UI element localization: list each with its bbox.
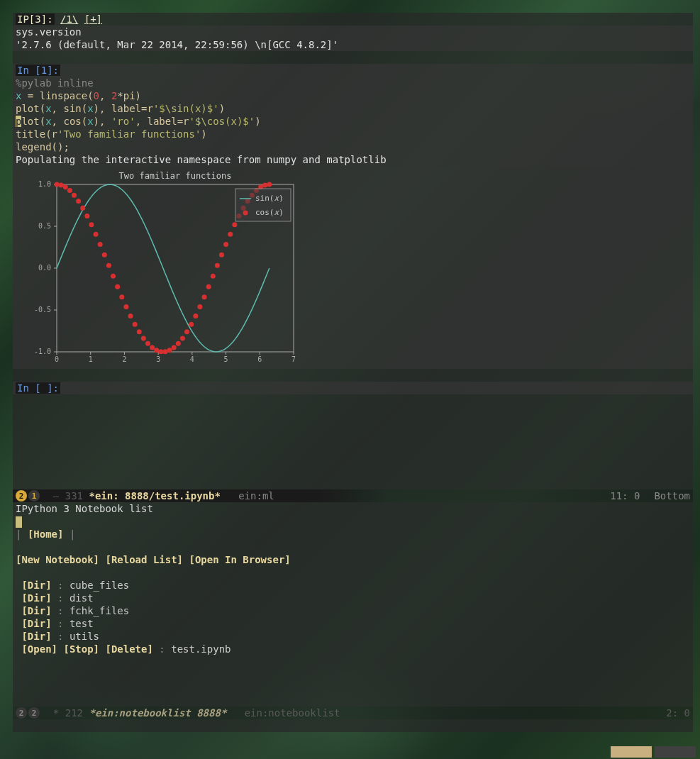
svg-point-29 — [59, 182, 64, 187]
notebooklist-pane[interactable]: IPython 3 Notebook list | [Home] | [New … — [13, 502, 693, 707]
notebook-editor-pane[interactable]: IP[3]: /1\ [+] sys.version '2.7.6 (defau… — [13, 13, 693, 489]
code-l5a: title(r — [16, 128, 57, 140]
tab-add[interactable]: [+] — [84, 13, 102, 25]
code-l1: %pylab inline — [16, 77, 94, 89]
svg-text:5: 5 — [224, 355, 228, 363]
new-notebook-button[interactable]: [New Notebook] — [16, 554, 99, 565]
svg-point-59 — [189, 322, 194, 327]
code-l3e: ), label=r — [94, 103, 153, 114]
svg-point-53 — [162, 349, 167, 354]
code-l3d: x — [87, 103, 93, 114]
dir-link[interactable]: [Dir] — [21, 605, 51, 616]
taskbar — [606, 745, 700, 759]
cell-prompt: In [1]: — [16, 65, 60, 76]
svg-point-50 — [150, 345, 155, 350]
svg-point-52 — [158, 349, 163, 354]
tab-current[interactable]: /1\ — [60, 13, 78, 25]
svg-point-66 — [219, 253, 224, 257]
svg-point-37 — [94, 232, 99, 237]
svg-point-38 — [98, 242, 103, 247]
code-l4c: , cos( — [52, 116, 88, 127]
buffer-name: *ein: 8888/test.ipynb* — [89, 490, 220, 502]
svg-text:1.0: 1.0 — [38, 180, 51, 188]
list-title: IPython 3 Notebook list — [16, 503, 153, 514]
sep2: | — [70, 528, 75, 540]
c4: : — [52, 631, 70, 642]
svg-point-43 — [119, 294, 124, 299]
major-mode2: ein:notebooklist — [245, 707, 340, 719]
emacs-frame: IP[3]: /1\ [+] sys.version '2.7.6 (defau… — [13, 13, 693, 738]
taskbar-item[interactable] — [655, 746, 696, 758]
svg-point-32 — [72, 193, 77, 198]
home-link[interactable]: [Home] — [28, 528, 64, 540]
reload-list-button[interactable]: [Reload List] — [105, 554, 183, 565]
change-count: – 331 — [53, 490, 83, 502]
cell-empty-prompt: In [ ]: — [16, 382, 60, 394]
code-l2f: *pi) — [117, 90, 141, 101]
svg-point-42 — [115, 284, 120, 289]
c2: : — [52, 605, 70, 616]
code-l4b: x — [45, 116, 51, 127]
code-l2c: 0 — [94, 90, 99, 101]
code-l5b: 'Two familiar functions' — [57, 128, 201, 140]
svg-point-68 — [228, 232, 233, 237]
minibuffer[interactable] — [13, 719, 693, 732]
major-mode: ein:ml — [238, 490, 274, 502]
svg-text:0.0: 0.0 — [38, 264, 51, 272]
file-name: test.ipynb — [171, 643, 230, 655]
dir-link[interactable]: [Dir] — [21, 618, 51, 629]
matplotlib-figure: Two familiar functions01234567-1.0-0.50.… — [16, 169, 299, 366]
code-l3g: ) — [219, 103, 225, 114]
svg-point-63 — [206, 284, 211, 289]
svg-text:2: 2 — [122, 355, 126, 363]
dir-name: cube_files — [70, 580, 129, 591]
cursor-position2: 2: 0 — [666, 707, 690, 719]
cell-output-version: sys.version '2.7.6 (default, Mar 22 2014… — [13, 26, 693, 51]
dir-name: fchk_files — [70, 605, 129, 616]
code-l4g: , label=r — [135, 116, 189, 127]
svg-text:6: 6 — [257, 355, 262, 363]
svg-point-36 — [89, 222, 94, 227]
code-l4d: x — [87, 116, 93, 127]
dir-name: utils — [70, 631, 99, 642]
svg-point-49 — [145, 341, 150, 346]
svg-point-60 — [193, 314, 198, 318]
code-l3f: '$\sin(x)$' — [153, 103, 219, 114]
svg-text:3: 3 — [156, 355, 160, 363]
svg-point-76 — [262, 182, 267, 187]
modeline-bottom: 2 2 * 212 *ein:notebooklist 8888* ein:no… — [13, 707, 693, 719]
window-indicator-b: 1 — [28, 490, 40, 502]
svg-point-40 — [106, 263, 111, 268]
dir-link[interactable]: [Dir] — [21, 631, 51, 642]
dir-name: dist — [70, 592, 94, 604]
window-indicator-a2: 2 — [16, 707, 27, 719]
code-l2b: = linspace( — [21, 90, 93, 101]
chart-output: Two familiar functions01234567-1.0-0.50.… — [13, 166, 693, 369]
code-l5c: ) — [201, 128, 206, 140]
svg-point-48 — [141, 336, 146, 340]
cell-empty[interactable]: In [ ]: — [13, 382, 693, 394]
cell-1[interactable]: In [1]: %pylab inline x = linspace(0, 2*… — [13, 64, 693, 166]
out-line2: '2.7.6 (default, Mar 22 2014, 22:59:56) … — [16, 39, 338, 50]
window-indicator-a: 2 — [16, 490, 27, 502]
code-l2d: , — [99, 90, 111, 101]
dir-name: test — [70, 618, 94, 629]
svg-point-44 — [123, 304, 128, 309]
code-l4f: 'ro' — [111, 116, 135, 127]
open-browser-button[interactable]: [Open In Browser] — [189, 554, 290, 565]
dir-link[interactable]: [Dir] — [21, 580, 51, 591]
open-button[interactable]: [Open] — [21, 643, 57, 655]
svg-point-28 — [55, 182, 60, 187]
stop-button[interactable]: [Stop] — [63, 643, 99, 655]
dir-link[interactable]: [Dir] — [21, 592, 51, 604]
change-count2: * 212 — [53, 707, 83, 719]
svg-point-67 — [223, 242, 228, 247]
buffer-name2: *ein:notebooklist 8888* — [89, 707, 226, 719]
svg-point-54 — [167, 348, 172, 353]
delete-button[interactable]: [Delete] — [105, 643, 152, 655]
c1: : — [52, 592, 70, 604]
svg-text:cos(x): cos(x) — [255, 208, 284, 217]
tab-line: IP[3]: /1\ [+] — [13, 13, 693, 26]
taskbar-item[interactable] — [611, 746, 652, 758]
svg-point-30 — [63, 184, 68, 189]
